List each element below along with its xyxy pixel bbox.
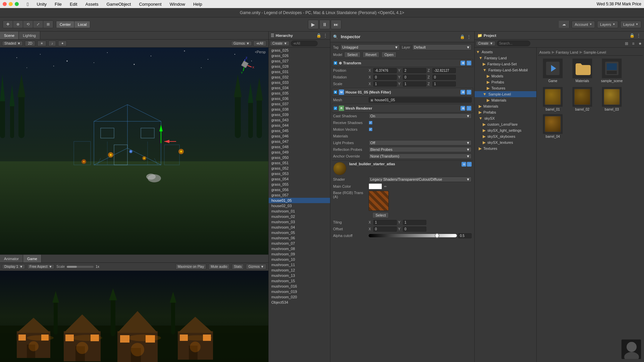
- tool-hand[interactable]: ✥: [3, 21, 13, 28]
- gizmos-dropdown-game[interactable]: Gizmos ▼: [246, 264, 266, 269]
- scene-light-btn[interactable]: ☀: [37, 41, 46, 46]
- layer-dropdown[interactable]: Default ▼: [412, 44, 472, 50]
- tab-animator[interactable]: Animator: [0, 255, 23, 262]
- list-item[interactable]: grass_056: [269, 187, 330, 192]
- tag-dropdown[interactable]: Untagged ▼: [340, 44, 400, 50]
- list-item[interactable]: grass_050: [269, 155, 330, 160]
- transform-more-icon[interactable]: ⋮: [467, 61, 471, 65]
- list-item[interactable]: mushroom_03: [269, 219, 330, 225]
- material-more-icon[interactable]: ⋮: [467, 162, 472, 167]
- list-item[interactable]: grass_039: [269, 112, 330, 117]
- inspector-menu-icon[interactable]: ⋮: [466, 34, 472, 40]
- scale-y[interactable]: [403, 81, 426, 86]
- project-assets[interactable]: Assets ▶ Fantasy Land ▶ Sample-Level: [537, 48, 644, 362]
- rotation-z[interactable]: [432, 75, 456, 80]
- list-item[interactable]: grass_036: [269, 96, 330, 101]
- tree-item-sample-level[interactable]: ▼ Sample-Level: [475, 91, 536, 97]
- mesh-filter-more-icon[interactable]: ⋮: [467, 90, 471, 95]
- alpha-slider-thumb[interactable]: [435, 233, 439, 238]
- list-item[interactable]: mushroom_01: [269, 208, 330, 214]
- project-view-icon2[interactable]: ≡: [631, 41, 636, 46]
- asset-barrel01[interactable]: barrel_01: [539, 87, 566, 111]
- tree-item-skysx-textures[interactable]: ▶ skySX_textures: [475, 139, 536, 145]
- list-item[interactable]: mushroom_10: [269, 257, 330, 262]
- asset-barrel04[interactable]: barrel_04: [539, 114, 566, 138]
- tree-item-assets[interactable]: ▼ Assets: [475, 49, 536, 55]
- tiling-x[interactable]: [373, 220, 397, 225]
- close-btn[interactable]: [3, 2, 7, 6]
- hierarchy-create-btn[interactable]: Create ▼: [270, 41, 289, 46]
- tool-rotate[interactable]: ⟲: [23, 21, 33, 28]
- project-lock-icon[interactable]: 🔒: [629, 33, 635, 38]
- asset-sample-scene[interactable]: sample_scene: [598, 58, 625, 83]
- menu-edit[interactable]: Edit: [68, 2, 78, 7]
- tree-item-prefabs2[interactable]: ▶ Prefabs: [475, 109, 536, 115]
- list-item[interactable]: mushroom_04: [269, 225, 330, 230]
- layers-dropdown[interactable]: Layers ▼: [597, 21, 618, 28]
- tool-scale[interactable]: ⤢: [33, 21, 43, 28]
- account-dropdown[interactable]: Account ▼: [572, 21, 595, 28]
- mesh-filter-enabled[interactable]: ▼: [333, 90, 337, 94]
- hierarchy-list[interactable]: grass_025 grass_026 grass_027 grass_028 …: [269, 48, 330, 362]
- menu-gameobject[interactable]: GameObject: [105, 2, 132, 7]
- list-item[interactable]: house02_03: [269, 203, 330, 208]
- texture-preview[interactable]: [369, 191, 389, 211]
- list-item[interactable]: grass_033: [269, 80, 330, 85]
- anchor-override-dropdown[interactable]: None (Transform) ▼: [369, 154, 472, 159]
- game-canvas[interactable]: [0, 271, 268, 362]
- list-item[interactable]: grass_028: [269, 64, 330, 69]
- asset-barrel02[interactable]: barrel_02: [569, 87, 596, 111]
- menu-component[interactable]: Component: [138, 2, 163, 7]
- list-item[interactable]: grass_038: [269, 107, 330, 112]
- mute-audio-btn[interactable]: Mute audio: [208, 264, 229, 269]
- menu-assets[interactable]: Assets: [84, 2, 100, 7]
- shading-dropdown[interactable]: Shaded ▼: [2, 41, 23, 46]
- transform-enabled[interactable]: ▼: [333, 61, 337, 65]
- list-item[interactable]: grass_053: [269, 171, 330, 176]
- list-item[interactable]: grass_045: [269, 128, 330, 133]
- tree-item-skysx[interactable]: ▼ skySX: [475, 115, 536, 121]
- list-item[interactable]: grass_031: [269, 69, 330, 74]
- project-create-btn[interactable]: Create ▼: [476, 41, 495, 46]
- tree-item-materials[interactable]: ▶ Materials: [475, 103, 536, 109]
- menu-unity[interactable]: Unity: [35, 2, 48, 7]
- reflection-probes-dropdown[interactable]: Blend Probes ▼: [369, 147, 472, 152]
- scene-all-filter[interactable]: ≪All: [253, 41, 266, 46]
- inspector-content[interactable]: Tag Untagged ▼ Layer Default ▼ Model Sel…: [330, 42, 474, 362]
- tree-item-light-settings[interactable]: ▶ skySX_light_settings: [475, 127, 536, 133]
- list-item[interactable]: grass_035: [269, 90, 330, 96]
- tool-rect[interactable]: ⊞: [43, 21, 53, 28]
- breadcrumb-assets[interactable]: Assets: [539, 50, 550, 54]
- list-item[interactable]: mushroom_020: [269, 294, 330, 300]
- mesh-renderer-enabled[interactable]: ✓: [333, 106, 337, 110]
- mesh-renderer-settings-icon[interactable]: ⚙: [461, 106, 465, 111]
- project-tree[interactable]: ▼ Assets ▼ Fantasy Land ▶ Fantasy-Land-S…: [475, 48, 537, 362]
- gizmos-dropdown-scene[interactable]: Gizmos ▼: [231, 41, 252, 46]
- layout-dropdown[interactable]: Layout ▼: [620, 21, 641, 28]
- asset-materials[interactable]: Materials: [569, 58, 596, 83]
- pause-button[interactable]: ⏸: [319, 20, 330, 29]
- tab-game[interactable]: Game: [23, 255, 42, 262]
- rotation-y[interactable]: [403, 75, 426, 80]
- scale-z[interactable]: [432, 81, 456, 86]
- list-item[interactable]: grass_026: [269, 53, 330, 58]
- pivot-local[interactable]: Local: [74, 21, 90, 28]
- tab-scene[interactable]: Scene: [0, 32, 19, 39]
- list-item[interactable]: grass_052: [269, 166, 330, 171]
- list-item[interactable]: mushroom_09: [269, 251, 330, 257]
- tab-lighting[interactable]: Lighting: [19, 32, 40, 39]
- tree-item-textures2[interactable]: ▶ Textures: [475, 145, 536, 152]
- list-item[interactable]: grass_032: [269, 74, 330, 80]
- tree-item-fantasy-land-set-mobil[interactable]: ▼ Fantasy-Land-Set-Mobil: [475, 67, 536, 73]
- tree-item-fantasy-land[interactable]: ▼ Fantasy Land: [475, 55, 536, 61]
- game-aspect-dropdown[interactable]: Free Aspect ▼: [27, 264, 54, 269]
- material-settings-icon[interactable]: ⚙: [462, 162, 466, 167]
- cloud-btn[interactable]: ☁: [559, 21, 570, 28]
- tree-item-prefabs[interactable]: ▶ Prefabs: [475, 79, 536, 85]
- list-item[interactable]: mushroom_07: [269, 241, 330, 246]
- list-item[interactable]: mushroom_15: [269, 278, 330, 284]
- tree-item-models[interactable]: ▶ Models: [475, 73, 536, 79]
- scale-x[interactable]: [373, 81, 397, 86]
- asset-game[interactable]: Game: [539, 58, 566, 83]
- cast-shadows-dropdown[interactable]: On ▼: [369, 113, 472, 119]
